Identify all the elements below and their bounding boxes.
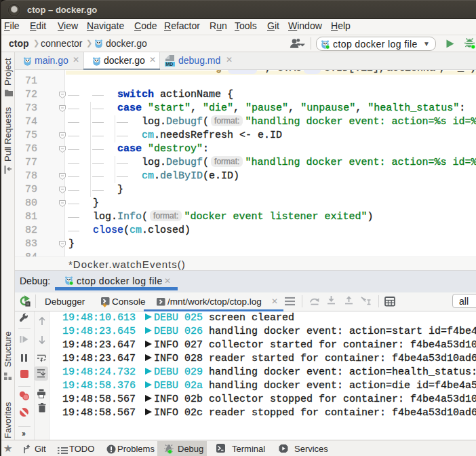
- svg-text:MD: MD: [166, 62, 174, 66]
